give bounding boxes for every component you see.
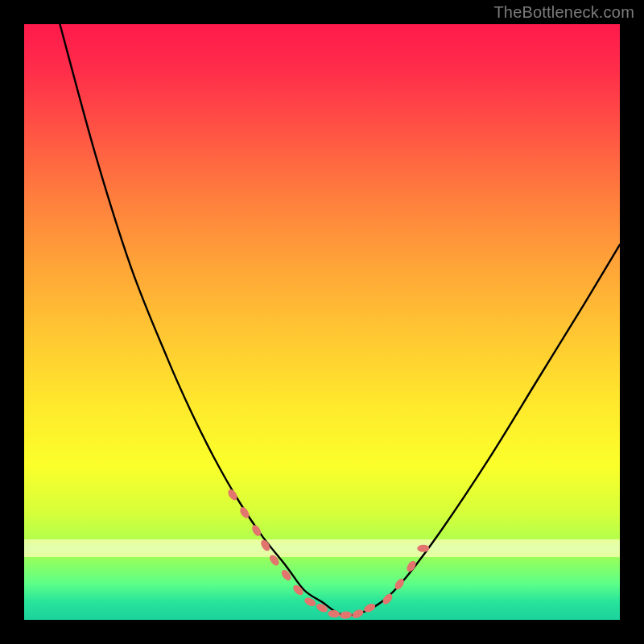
curve-marker [328, 609, 341, 617]
curve-marker [417, 545, 429, 552]
bottleneck-curve-path [60, 24, 620, 615]
curve-marker [315, 602, 328, 614]
curve-marker [381, 592, 394, 605]
curve-marker [268, 553, 281, 567]
watermark-text: TheBottleneck.com [493, 3, 634, 22]
chart-frame: TheBottleneck.com [0, 0, 644, 644]
curve-marker [279, 568, 292, 582]
curve-markers-group [226, 488, 429, 620]
bottleneck-curve-svg [24, 24, 620, 620]
curve-marker [351, 608, 365, 620]
curve-marker [340, 611, 353, 619]
plot-area [24, 24, 620, 620]
